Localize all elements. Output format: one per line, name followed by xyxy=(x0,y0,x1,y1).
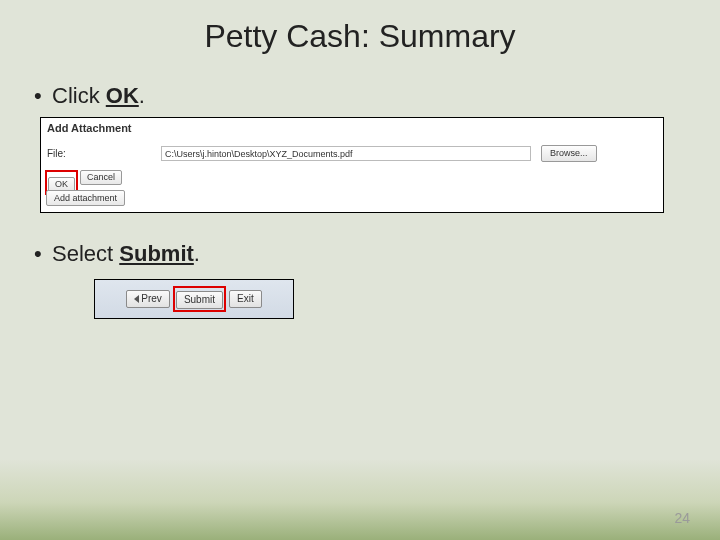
bullet2-post: . xyxy=(194,241,200,266)
bullet2-emphasis: Submit xyxy=(119,241,194,266)
bullet-click-ok: Click OK. xyxy=(30,83,690,109)
page-number: 24 xyxy=(674,510,690,526)
bullet1-emphasis: OK xyxy=(106,83,139,108)
submit-button[interactable]: Submit xyxy=(176,291,223,309)
bullet-select-submit: Select Submit. xyxy=(30,241,690,267)
add-attachment-dialog: Add Attachment File: Browse... OK Cancel… xyxy=(40,117,664,213)
nav-button-bar: Prev Submit Exit xyxy=(94,279,294,319)
add-attachment-button[interactable]: Add attachment xyxy=(46,190,125,206)
slide-title: Petty Cash: Summary xyxy=(0,0,720,55)
file-label: File: xyxy=(47,148,66,159)
dialog-heading: Add Attachment xyxy=(47,122,132,134)
browse-button[interactable]: Browse... xyxy=(541,145,597,162)
prev-button[interactable]: Prev xyxy=(126,290,170,308)
slide-content: Click OK. Add Attachment File: Browse...… xyxy=(0,55,720,319)
cancel-button[interactable]: Cancel xyxy=(80,170,122,185)
prev-label: Prev xyxy=(141,291,162,307)
file-path-input[interactable] xyxy=(161,146,531,161)
bullet2-pre: Select xyxy=(52,241,119,266)
submit-highlight-box: Submit xyxy=(173,286,226,312)
exit-button[interactable]: Exit xyxy=(229,290,262,308)
bullet1-pre: Click xyxy=(52,83,106,108)
chevron-left-icon xyxy=(134,295,139,303)
bullet1-post: . xyxy=(139,83,145,108)
